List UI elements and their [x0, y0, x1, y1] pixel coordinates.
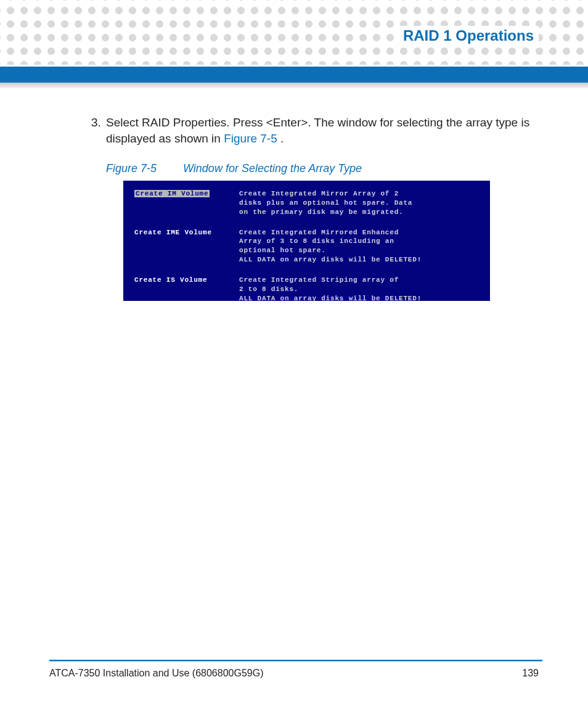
bios-option-is-label: Create IS Volume [134, 276, 239, 303]
step-3: 3. Select RAID Properties. Press <Enter>… [106, 115, 537, 146]
page: RAID 1 Operations 3. Select RAID Propert… [0, 0, 588, 706]
bios-option-is[interactable]: Create IS Volume Create Integrated Strip… [134, 276, 479, 303]
section-title: RAID 1 Operations [398, 26, 539, 46]
footer-doc-title: ATCA-7350 Installation and Use (6806800G… [49, 668, 263, 679]
figure-reference-link[interactable]: Figure 7-5 [224, 132, 277, 145]
header-rule-grey [0, 83, 588, 89]
bios-option-ime[interactable]: Create IME Volume Create Integrated Mirr… [134, 228, 479, 265]
bios-window: Create IM Volume Create Integrated Mirro… [123, 181, 490, 301]
figure-caption: Figure 7-5 Window for Selecting the Arra… [106, 162, 362, 175]
bios-option-ime-label: Create IME Volume [134, 228, 239, 265]
bios-option-im[interactable]: Create IM Volume Create Integrated Mirro… [134, 189, 479, 217]
step-number: 3. [91, 115, 101, 131]
figure-number: Figure 7-5 [106, 162, 180, 175]
bios-option-is-desc: Create Integrated Striping array of 2 to… [239, 276, 479, 303]
step-text-after: . [280, 132, 284, 145]
footer-rule [49, 660, 542, 662]
bios-option-im-label: Create IM Volume [134, 189, 239, 217]
footer-page-number: 139 [522, 668, 539, 679]
figure-title: Window for Selecting the Array Type [183, 162, 362, 174]
step-text-before: Select RAID Properties. Press <Enter>. T… [106, 116, 529, 145]
header-rule-blue [0, 67, 588, 83]
bios-option-im-desc: Create Integrated Mirror Array of 2 disk… [239, 189, 479, 217]
bios-option-ime-desc: Create Integrated Mirrored Enhanced Arra… [239, 228, 479, 265]
